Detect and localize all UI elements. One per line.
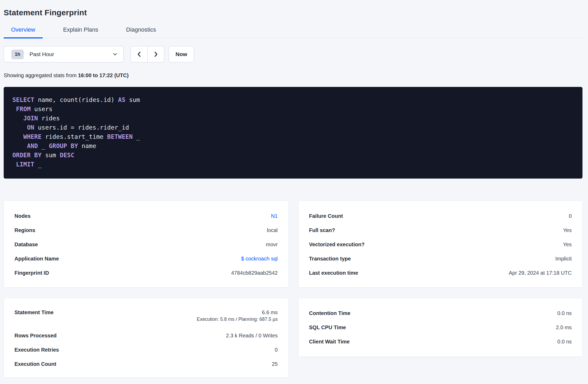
summary-row: Execution Retries0 bbox=[14, 343, 278, 357]
statement-fingerprint-page: Statement Fingerprint OverviewExplain Pl… bbox=[0, 0, 588, 384]
next-time-button[interactable] bbox=[147, 46, 164, 62]
sql-text: rides bbox=[38, 115, 60, 122]
row-label: Statement Time bbox=[14, 309, 54, 316]
row-label: Last execution time bbox=[309, 270, 358, 276]
row-value-wrap: 0 bbox=[275, 347, 278, 353]
time-stats-card: Contention Time0.0 nsSQL CPU Time2.0 msC… bbox=[298, 298, 582, 357]
row-value: Implicit bbox=[555, 256, 572, 262]
summary-row: Execution Count25 bbox=[14, 357, 278, 371]
stats-caption-range: 16:00 to 17:22 (UTC) bbox=[78, 72, 128, 78]
sql-line: ORDER BY sum DESC bbox=[12, 151, 574, 160]
summary-row: Rows Processed2.3 k Reads / 0 Writes bbox=[14, 328, 278, 343]
sql-line: JOIN rides bbox=[12, 114, 574, 123]
row-value: 6.6 ms bbox=[262, 309, 278, 316]
tab-diagnostics[interactable]: Diagnostics bbox=[119, 24, 163, 38]
tab-bar: OverviewExplain PlansDiagnostics bbox=[4, 24, 582, 38]
sql-keyword: BETWEEN bbox=[107, 133, 133, 140]
time-range-label: Past Hour bbox=[29, 51, 112, 57]
sql-keyword: AS bbox=[118, 96, 126, 103]
row-value: Yes bbox=[563, 227, 572, 233]
summary-row: Application Name$ cockroach sql bbox=[14, 252, 278, 266]
sql-text bbox=[12, 124, 27, 131]
row-value-link[interactable]: N1 bbox=[271, 213, 278, 219]
row-value: 2.3 k Reads / 0 Writes bbox=[226, 333, 278, 339]
row-value-wrap: Yes bbox=[563, 242, 572, 248]
sql-text: users.id = rides.rider_id bbox=[34, 124, 129, 131]
summary-row: NodesN1 bbox=[14, 209, 278, 223]
chevron-left-icon bbox=[136, 51, 142, 57]
sql-text: _ bbox=[133, 133, 140, 140]
time-toolbar: 1h Past Hour bbox=[4, 46, 582, 62]
sql-text: name bbox=[78, 142, 96, 149]
stats-caption: Showing aggregated stats from 16:00 to 1… bbox=[4, 72, 582, 78]
sql-text bbox=[12, 161, 16, 168]
tab-explain-plans[interactable]: Explain Plans bbox=[56, 24, 106, 38]
row-label: SQL CPU Time bbox=[309, 324, 346, 331]
sql-keyword: GROUP BY bbox=[49, 142, 78, 149]
row-label: Transaction type bbox=[309, 256, 351, 262]
now-button[interactable]: Now bbox=[169, 46, 194, 62]
summary-row: Statement Time6.6 msExecution: 5.8 ms / … bbox=[14, 306, 278, 328]
sql-statement-box: SELECT name, count(rides.id) AS sum FROM… bbox=[4, 87, 582, 179]
row-value-wrap: 0.0 ns bbox=[557, 339, 572, 345]
summary-cards: NodesN1RegionslocalDatabasemovrApplicati… bbox=[4, 201, 582, 378]
row-value: Yes bbox=[563, 242, 572, 248]
row-label: Execution Retries bbox=[14, 347, 59, 353]
row-value: 0.0 ns bbox=[557, 339, 572, 345]
summary-row: Vectorized execution?Yes bbox=[309, 237, 572, 252]
row-value-wrap: movr bbox=[266, 242, 278, 248]
summary-row: Regionslocal bbox=[14, 223, 278, 237]
tab-overview[interactable]: Overview bbox=[4, 24, 43, 38]
row-label: Database bbox=[14, 242, 38, 248]
summary-row: Full scan?Yes bbox=[309, 223, 572, 237]
sql-text bbox=[12, 106, 16, 112]
summary-row: Fingerprint ID4784cb829aab2542 bbox=[14, 266, 278, 280]
page-title: Statement Fingerprint bbox=[4, 7, 582, 18]
row-label: Application Name bbox=[14, 256, 59, 262]
sql-line: LIMIT _ bbox=[12, 160, 574, 169]
row-label: Contention Time bbox=[309, 310, 350, 316]
sql-keyword: ORDER BY bbox=[12, 152, 42, 159]
row-label: Execution Count bbox=[14, 361, 56, 367]
row-value-wrap: Apr 29, 2024 at 17:18 UTC bbox=[509, 270, 572, 276]
row-label: Full scan? bbox=[309, 227, 335, 233]
summary-row: SQL CPU Time2.0 ms bbox=[309, 320, 572, 334]
sql-keyword: LIMIT bbox=[16, 161, 34, 168]
time-range-badge: 1h bbox=[11, 50, 24, 59]
row-value-wrap: $ cockroach sql bbox=[241, 256, 278, 262]
summary-row: Last execution timeApr 29, 2024 at 17:18… bbox=[309, 266, 572, 280]
sql-text: users bbox=[31, 106, 52, 112]
summary-row: Failure Count0 bbox=[309, 209, 572, 223]
row-value-wrap: local bbox=[267, 227, 278, 233]
row-value-wrap: 6.6 msExecution: 5.8 ms / Planning: 687.… bbox=[197, 309, 278, 322]
sql-keyword: FROM bbox=[16, 106, 31, 112]
row-value: local bbox=[267, 227, 278, 233]
row-value-wrap: 0.0 ns bbox=[557, 310, 572, 316]
summary-row: Contention Time0.0 ns bbox=[309, 306, 572, 320]
execution-attributes-card: Failure Count0Full scan?YesVectorized ex… bbox=[298, 201, 582, 288]
row-value: 0 bbox=[569, 213, 572, 219]
sql-line: ON users.id = rides.rider_id bbox=[12, 123, 574, 132]
row-value-wrap: 2.0 ms bbox=[556, 324, 572, 331]
row-value: movr bbox=[266, 242, 278, 248]
row-label: Nodes bbox=[14, 213, 31, 219]
time-range-picker[interactable]: 1h Past Hour bbox=[4, 46, 124, 62]
sql-text: sum bbox=[42, 152, 60, 159]
chevron-down-icon bbox=[112, 52, 118, 57]
sql-keyword: ON bbox=[27, 124, 34, 131]
row-value: 2.0 ms bbox=[556, 324, 572, 331]
prev-time-button[interactable] bbox=[131, 46, 147, 62]
sql-keyword: AND bbox=[27, 142, 38, 149]
row-value-wrap: Yes bbox=[563, 227, 572, 233]
row-label: Failure Count bbox=[309, 213, 343, 219]
sql-text bbox=[12, 115, 23, 122]
sql-line: AND _ GROUP BY name bbox=[12, 141, 574, 151]
sql-line: SELECT name, count(rides.id) AS sum bbox=[12, 95, 574, 105]
statement-stats-card: Statement Time6.6 msExecution: 5.8 ms / … bbox=[4, 298, 288, 378]
row-value: 4784cb829aab2542 bbox=[231, 270, 278, 276]
sql-keyword: SELECT bbox=[12, 96, 34, 103]
row-value-link[interactable]: $ cockroach sql bbox=[241, 256, 278, 262]
chevron-right-icon bbox=[153, 51, 159, 57]
sql-line: WHERE rides.start_time BETWEEN _ bbox=[12, 132, 574, 141]
row-value-wrap: N1 bbox=[271, 213, 278, 219]
